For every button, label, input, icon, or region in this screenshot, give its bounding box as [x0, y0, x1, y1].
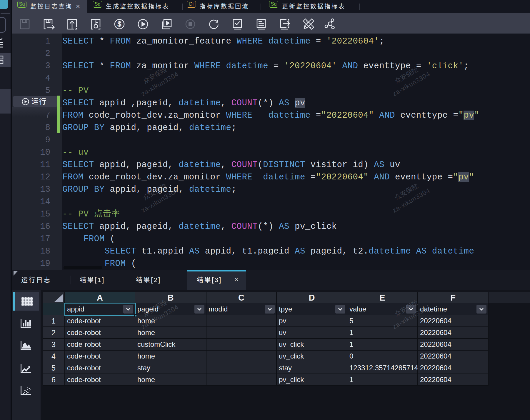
- svg-text:$: $: [118, 20, 121, 28]
